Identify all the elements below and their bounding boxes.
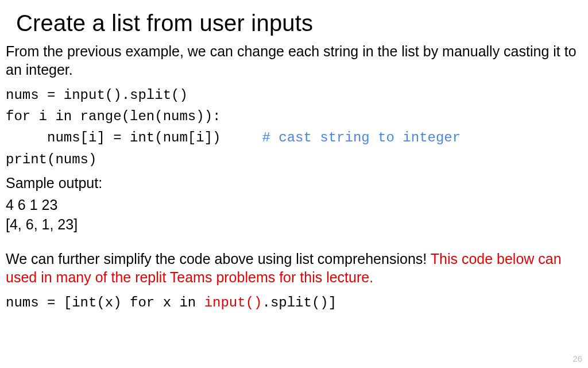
sample-output-label: Sample output: bbox=[6, 174, 582, 192]
slide: Create a list from user inputs From the … bbox=[0, 0, 588, 313]
code-line-1: nums = input().split() bbox=[6, 85, 582, 106]
code2-pre: nums = [int(x) for x in bbox=[6, 295, 204, 310]
spacer bbox=[6, 235, 582, 247]
page-number: 26 bbox=[572, 354, 582, 363]
code-line-3: nums[i] = int(num[i]) # cast string to i… bbox=[6, 127, 582, 148]
footer-paragraph: We can further simplify the code above u… bbox=[6, 250, 582, 286]
footer-text-black: We can further simplify the code above u… bbox=[6, 251, 431, 267]
slide-title: Create a list from user inputs bbox=[16, 10, 582, 36]
intro-paragraph: From the previous example, we can change… bbox=[6, 42, 582, 79]
code-line-3-body: nums[i] = int(num[i]) bbox=[6, 130, 262, 145]
sample-input: 4 6 1 23 bbox=[6, 195, 582, 214]
code-line-4: print(nums) bbox=[6, 149, 582, 170]
code2-post: .split()] bbox=[262, 295, 336, 310]
code-line-2: for i in range(len(nums)): bbox=[6, 106, 582, 127]
code2-highlight: input() bbox=[204, 295, 262, 310]
sample-output: [4, 6, 1, 23] bbox=[6, 215, 582, 233]
code-comment: # cast string to integer bbox=[262, 130, 461, 145]
code2-line: nums = [int(x) for x in input().split()] bbox=[6, 292, 582, 313]
